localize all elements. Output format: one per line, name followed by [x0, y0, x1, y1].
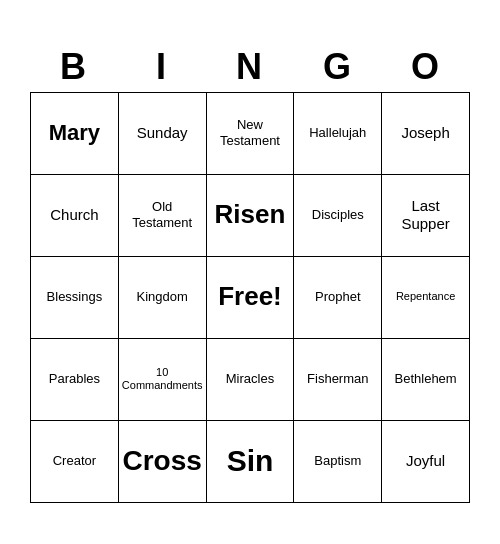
bingo-grid: MarySundayNewTestamentHallelujahJosephCh… [30, 92, 470, 503]
cell-text: 10Commandments [122, 366, 203, 392]
header-letter: G [294, 42, 382, 92]
bingo-cell: Disciples [294, 175, 382, 257]
bingo-cell: Blessings [31, 257, 119, 339]
cell-text: Repentance [396, 290, 455, 303]
bingo-cell: 10Commandments [119, 339, 207, 421]
bingo-cell: Joseph [382, 93, 470, 175]
cell-text: Cross [123, 444, 202, 478]
cell-text: Miracles [226, 371, 274, 387]
bingo-cell: LastSupper [382, 175, 470, 257]
cell-text: Bethlehem [395, 371, 457, 387]
cell-text: Prophet [315, 289, 361, 305]
bingo-cell: Fisherman [294, 339, 382, 421]
header-letter: O [382, 42, 470, 92]
bingo-cell: Repentance [382, 257, 470, 339]
cell-text: Joyful [406, 452, 445, 470]
bingo-cell: Kingdom [119, 257, 207, 339]
cell-text: Risen [215, 199, 286, 230]
cell-text: Fisherman [307, 371, 368, 387]
cell-text: Kingdom [137, 289, 188, 305]
cell-text: Mary [49, 120, 100, 146]
cell-text: Church [50, 206, 98, 224]
cell-text: Creator [53, 453, 96, 469]
cell-text: NewTestament [220, 117, 280, 148]
header-letter: N [206, 42, 294, 92]
bingo-card: BINGO MarySundayNewTestamentHallelujahJo… [20, 32, 480, 513]
bingo-cell: Baptism [294, 421, 382, 503]
cell-text: Sin [227, 443, 274, 479]
header-letter: B [30, 42, 118, 92]
header-letter: I [118, 42, 206, 92]
cell-text: OldTestament [132, 199, 192, 230]
cell-text: Baptism [314, 453, 361, 469]
cell-text: Sunday [137, 124, 188, 142]
bingo-cell: Bethlehem [382, 339, 470, 421]
cell-text: Disciples [312, 207, 364, 223]
cell-text: Blessings [47, 289, 103, 305]
bingo-cell: Miracles [207, 339, 295, 421]
bingo-cell: Joyful [382, 421, 470, 503]
bingo-cell: OldTestament [119, 175, 207, 257]
bingo-header: BINGO [30, 42, 470, 92]
bingo-cell: Mary [31, 93, 119, 175]
bingo-cell: Prophet [294, 257, 382, 339]
cell-text: Free! [218, 281, 282, 312]
bingo-cell: Hallelujah [294, 93, 382, 175]
cell-text: Parables [49, 371, 100, 387]
cell-text: LastSupper [401, 197, 449, 233]
bingo-cell: Cross [119, 421, 207, 503]
cell-text: Hallelujah [309, 125, 366, 141]
cell-text: Joseph [401, 124, 449, 142]
bingo-cell: Sin [207, 421, 295, 503]
bingo-cell: Parables [31, 339, 119, 421]
bingo-cell: Free! [207, 257, 295, 339]
bingo-cell: Risen [207, 175, 295, 257]
bingo-cell: Sunday [119, 93, 207, 175]
bingo-cell: NewTestament [207, 93, 295, 175]
bingo-cell: Creator [31, 421, 119, 503]
bingo-cell: Church [31, 175, 119, 257]
